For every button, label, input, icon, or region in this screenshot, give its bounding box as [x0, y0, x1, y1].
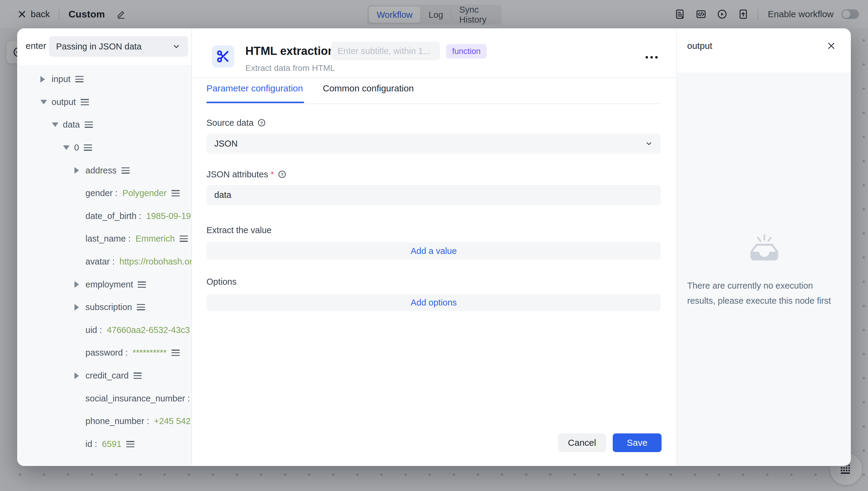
tree-row-input[interactable]: input [17, 68, 191, 91]
expand-toggle-icon[interactable] [74, 373, 86, 379]
row-menu-icon[interactable] [126, 441, 134, 447]
row-menu-icon[interactable] [172, 350, 180, 356]
add-value-button[interactable]: Add a value [207, 242, 661, 260]
input-panel: enter Passing in JSON data inputoutputda… [17, 28, 192, 466]
tab-common-configuration[interactable]: Common configuration [323, 83, 414, 102]
close-icon [827, 41, 836, 50]
expand-toggle-icon[interactable] [74, 167, 86, 174]
row-menu-icon[interactable] [172, 190, 180, 196]
input-source-value: Passing in JSON data [56, 41, 172, 52]
help-icon[interactable]: ? [278, 170, 287, 179]
divider [207, 104, 661, 104]
node-title: HTML extraction [245, 45, 335, 58]
inbox-icon [745, 232, 784, 264]
row-menu-icon[interactable] [84, 144, 92, 151]
tree-key: uid [86, 325, 97, 335]
empty-results-message: There are currently no execution results… [687, 278, 841, 308]
help-icon[interactable]: ? [257, 118, 266, 127]
source-data-select[interactable]: JSON [207, 134, 661, 153]
scissors-icon [216, 50, 230, 63]
tree-row-credit_card[interactable]: credit_card [17, 364, 191, 387]
ellipsis-icon [646, 56, 648, 59]
more-menu-button[interactable] [644, 51, 660, 63]
output-panel: output There are currently no execution [676, 28, 851, 466]
tree-row-uid[interactable]: uid : 47660aa2-6532-43c3 [17, 319, 191, 342]
tree-value: 1985-09-19 [146, 211, 191, 221]
tree-value: https://robohash.org [119, 257, 191, 267]
node-subtitle-input[interactable] [331, 41, 440, 60]
tree-row-avatar[interactable]: avatar : https://robohash.org [17, 250, 191, 273]
tree-value: ********** [133, 348, 167, 358]
tree-row-output[interactable]: output [17, 91, 191, 114]
tree-key: output [52, 97, 76, 107]
tree-key: id [86, 439, 93, 449]
input-source-select[interactable]: Passing in JSON data [49, 36, 188, 57]
tree-row-address[interactable]: address [17, 159, 191, 182]
tree-key: password [86, 348, 123, 358]
close-output-button[interactable] [826, 40, 837, 51]
tree-row-gender[interactable]: gender : Polygender [17, 182, 191, 205]
cancel-button[interactable]: Cancel [558, 433, 606, 452]
row-menu-icon[interactable] [75, 76, 84, 82]
row-menu-icon[interactable] [85, 121, 93, 128]
row-menu-icon[interactable] [133, 373, 142, 379]
tree-key: credit_card [86, 371, 129, 381]
save-button[interactable]: Save [613, 433, 661, 452]
tree-key: phone_number [86, 416, 144, 426]
collapse-toggle-icon[interactable] [63, 145, 74, 150]
node-config-modal: enter Passing in JSON data inputoutputda… [17, 28, 851, 466]
tree-key: subscription [86, 302, 132, 312]
tree-key: 0 [74, 143, 79, 153]
tree-key: employment [86, 280, 133, 290]
output-panel-body: There are currently no execution results… [677, 73, 851, 466]
tree-row-data[interactable]: data [17, 113, 191, 136]
tab-parameter-configuration[interactable]: Parameter configuration [207, 83, 303, 102]
chevron-down-icon [645, 139, 653, 148]
divider [192, 78, 676, 78]
chevron-down-icon [172, 42, 181, 51]
json-attributes-label-row: JSON attributes * ? [207, 169, 287, 179]
expand-toggle-icon[interactable] [40, 76, 52, 83]
tree-value: 6591 [102, 439, 121, 449]
tree-row-password[interactable]: password : ********** [17, 341, 191, 364]
tree-value: +245 542 [154, 416, 191, 426]
required-asterisk: * [271, 170, 274, 179]
tree-row-id[interactable]: id : 6591 [17, 433, 191, 456]
json-attributes-input[interactable] [207, 185, 661, 205]
output-panel-title: output [687, 41, 712, 51]
tree-row-subscription[interactable]: subscription [17, 296, 191, 319]
node-type-badge: function [446, 44, 487, 59]
tree-row-last_name[interactable]: last_name : Emmerich [17, 227, 191, 250]
tree-row-social_insurance_number[interactable]: social_insurance_number : [17, 387, 191, 410]
tree-row-phone_number[interactable]: phone_number : +245 542 [17, 410, 191, 433]
tree-key: input [52, 74, 70, 84]
row-menu-icon[interactable] [121, 167, 130, 174]
json-attributes-label: JSON attributes [207, 170, 268, 179]
collapse-toggle-icon[interactable] [52, 122, 63, 127]
expand-toggle-icon[interactable] [74, 281, 86, 288]
expand-toggle-icon[interactable] [74, 304, 86, 311]
tree-key: last_name [86, 234, 126, 244]
row-menu-icon[interactable] [180, 235, 188, 242]
enter-label: enter [26, 41, 46, 51]
extract-value-label: Extract the value [207, 225, 272, 235]
node-icon-badge [212, 45, 234, 67]
options-label: Options [207, 277, 237, 287]
tree-key: gender [86, 188, 113, 198]
tree-key: date_of_birth [86, 211, 136, 221]
row-menu-icon[interactable] [138, 281, 146, 288]
collapse-toggle-icon[interactable] [40, 100, 52, 104]
tree-row-0[interactable]: 0 [17, 136, 191, 159]
source-data-value: JSON [214, 139, 645, 149]
tree-row-employment[interactable]: employment [17, 273, 191, 296]
tree-key: avatar [86, 257, 110, 267]
input-panel-header: enter Passing in JSON data [17, 28, 191, 65]
tree-row-date_of_birth[interactable]: date_of_birth : 1985-09-19 [17, 205, 191, 228]
add-options-button[interactable]: Add options [207, 294, 661, 311]
node-description: Extract data from HTML [245, 63, 335, 73]
row-menu-icon[interactable] [81, 99, 89, 105]
output-panel-header: output [677, 28, 851, 73]
row-menu-icon[interactable] [137, 304, 145, 310]
node-config-panel: HTML extraction - function Extract data … [192, 28, 676, 466]
tree-value: 47660aa2-6532-43c3 [107, 325, 190, 335]
